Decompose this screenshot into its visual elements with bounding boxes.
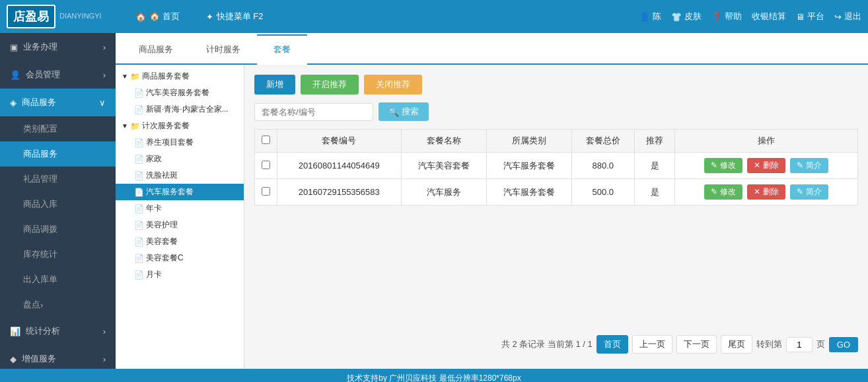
sidebar-item-stats[interactable]: 📊 统计分析 ›	[0, 317, 116, 345]
main-area: ▼ 📁 商品服务套餐 📄 汽车美容服务套餐 📄 新疆·青海·内蒙古全家... ▼…	[116, 65, 868, 369]
tree-node-5[interactable]: 📄 家政	[116, 151, 244, 167]
last-page-button[interactable]: 尾页	[721, 335, 752, 354]
header-user[interactable]: 👤 陈	[639, 11, 661, 22]
platform-icon: 🖥	[796, 12, 805, 22]
tab-timed-service[interactable]: 计时服务	[190, 34, 257, 63]
row-recommended-1: 是	[634, 179, 674, 206]
next-page-button[interactable]: 下一页	[676, 335, 717, 354]
sidebar-sub-stockorder[interactable]: 出入库单	[0, 267, 116, 292]
sidebar-sub-transfer[interactable]: 商品调拨	[0, 217, 116, 242]
table-wrap: 套餐编号 套餐名称 所属类别 套餐总价 推荐 操作 20160801144054…	[254, 129, 858, 322]
sidebar-stockorder-label: 出入库单	[23, 274, 57, 286]
row-id-0: 20160801144054649	[277, 153, 402, 179]
col-ops: 操作	[675, 130, 858, 153]
header-exit[interactable]: ↪ 退出	[834, 11, 861, 22]
search-icon: 🔍	[388, 107, 399, 117]
close-recommend-button[interactable]: 关闭推荐	[364, 75, 422, 95]
tab-goods-service[interactable]: 商品服务	[122, 34, 190, 63]
row-checkbox-cell-1	[255, 179, 277, 206]
header-cashier[interactable]: 收银结算	[752, 11, 786, 22]
go-button[interactable]: GO	[829, 337, 858, 352]
tree-node-7[interactable]: 📄 汽车服务套餐	[116, 184, 244, 200]
row-name-0: 汽车美容套餐	[401, 153, 486, 179]
tree-node-9[interactable]: 📄 美容护理	[116, 217, 244, 233]
logo-box: 店盈易	[7, 5, 55, 28]
page-input[interactable]	[786, 337, 813, 352]
tree-node-8[interactable]: 📄 年卡	[116, 200, 244, 217]
header-user-label: 陈	[653, 11, 661, 22]
tree-node-3[interactable]: ▼ 📁 计次服务套餐	[116, 118, 244, 134]
col-id: 套餐编号	[277, 130, 402, 153]
file-icon-1: 📄	[134, 89, 144, 98]
sidebar-transfer-label: 商品调拨	[23, 223, 57, 235]
tab-package[interactable]: 套餐	[257, 34, 307, 65]
sidebar-item-goods[interactable]: ◈ 商品服务 ∨	[0, 89, 116, 116]
tab-timed-service-label: 计时服务	[206, 44, 240, 54]
sidebar-sub-gift[interactable]: 礼品管理	[0, 167, 116, 192]
goto-label: 转到第	[756, 338, 782, 350]
file-icon-11: 📄	[134, 254, 144, 263]
skin-icon: 👕	[671, 12, 682, 22]
prev-page-button[interactable]: 上一页	[632, 335, 672, 354]
header: 店盈易 DIANYINGYI 🏠 🏠 首页 ✦ 快捷菜单 F2 👤 陈 👕 皮肤…	[0, 0, 868, 33]
tree-label-9: 美容护理	[146, 219, 178, 231]
col-price: 套餐总价	[571, 130, 634, 153]
row-checkbox-0[interactable]	[262, 161, 270, 169]
col-category: 所属类别	[486, 130, 571, 153]
delete-button-1[interactable]: ✕ 删除	[747, 184, 785, 200]
tree-label-10: 美容套餐	[146, 236, 178, 247]
sidebar-item-vip[interactable]: ◆ 增值服务 ›	[0, 345, 116, 369]
sidebar-item-member[interactable]: 👤 会员管理 ›	[0, 61, 116, 89]
platform-label: 平台	[807, 11, 824, 22]
search-input[interactable]	[254, 103, 373, 121]
open-recommend-button[interactable]: 开启推荐	[301, 75, 359, 95]
search-button[interactable]: 🔍 搜索	[379, 102, 429, 121]
intro-button-0[interactable]: ✎ 简介	[790, 158, 828, 173]
tree-node-4[interactable]: 📄 养生项目套餐	[116, 134, 244, 151]
tree-node-0[interactable]: ▼ 📁 商品服务套餐	[116, 68, 244, 85]
tree-node-6[interactable]: 📄 洗脸祛斑	[116, 167, 244, 184]
nav-quickmenu-label: 快捷菜单 F2	[217, 11, 264, 22]
tree-node-11[interactable]: 📄 美容套餐C	[116, 250, 244, 266]
logo-subtext: DIANYINGYI	[59, 12, 102, 20]
sidebar-sub-category[interactable]: 类别配置	[0, 116, 116, 141]
header-help[interactable]: ❓ 帮助	[711, 11, 742, 22]
tree-node-1[interactable]: 📄 汽车美容服务套餐	[116, 85, 244, 101]
tree-node-12[interactable]: 📄 月卡	[116, 266, 244, 283]
tree-node-2[interactable]: 📄 新疆·青海·内蒙古全家...	[116, 101, 244, 118]
sidebar-sub-instock[interactable]: 商品入库	[0, 192, 116, 217]
search-bar: 🔍 搜索	[254, 102, 858, 121]
file-icon-8: 📄	[134, 204, 144, 213]
nav-home[interactable]: 🏠 🏠 首页	[122, 0, 193, 33]
row-name-1: 汽车服务	[401, 179, 486, 206]
row-checkbox-1[interactable]	[262, 187, 270, 196]
sidebar-sub-stockcount[interactable]: 盘点 ›	[0, 292, 116, 317]
intro-button-1[interactable]: ✎ 简介	[790, 184, 828, 200]
add-button[interactable]: 新增	[254, 75, 295, 95]
header-platform[interactable]: 🖥 平台	[796, 11, 824, 22]
tree-label-6: 洗脸祛斑	[146, 170, 178, 181]
edit-button-0[interactable]: ✎ 修改	[704, 158, 742, 173]
header-skin[interactable]: 👕 皮肤	[671, 11, 702, 22]
tree-panel: ▼ 📁 商品服务套餐 📄 汽车美容服务套餐 📄 新疆·青海·内蒙古全家... ▼…	[116, 65, 244, 369]
tree-label-5: 家政	[146, 153, 162, 165]
delete-button-0[interactable]: ✕ 删除	[747, 158, 785, 173]
table-row: 20160729155356583 汽车服务 汽车服务套餐 500.0 是 ✎ …	[255, 179, 858, 206]
business-icon: ▣	[10, 42, 18, 52]
sidebar-item-business[interactable]: ▣ 业务办理 ›	[0, 33, 116, 61]
first-page-button[interactable]: 首页	[597, 335, 628, 354]
expand-icon-3: ▼	[121, 122, 129, 130]
sidebar: ▣ 业务办理 › 👤 会员管理 › ◈ 商品服务 ∨	[0, 33, 116, 369]
edit-button-1[interactable]: ✎ 修改	[704, 184, 742, 200]
chevron-down-icon: ∨	[99, 98, 106, 108]
sidebar-sub-inventory[interactable]: 库存统计	[0, 242, 116, 267]
tab-goods-service-label: 商品服务	[139, 44, 173, 54]
nav-quickmenu[interactable]: ✦ 快捷菜单 F2	[193, 0, 277, 33]
row-ops-1: ✎ 修改 ✕ 删除 ✎ 简介	[675, 179, 858, 206]
tree-node-10[interactable]: 📄 美容套餐	[116, 233, 244, 250]
right-panel: 新增 开启推荐 关闭推荐 🔍 搜索	[244, 65, 868, 369]
row-category-1: 汽车服务套餐	[486, 179, 571, 206]
sidebar-sub-goods-service[interactable]: 商品服务	[0, 141, 116, 167]
row-price-1: 500.0	[571, 179, 634, 206]
select-all-checkbox[interactable]	[262, 135, 270, 144]
